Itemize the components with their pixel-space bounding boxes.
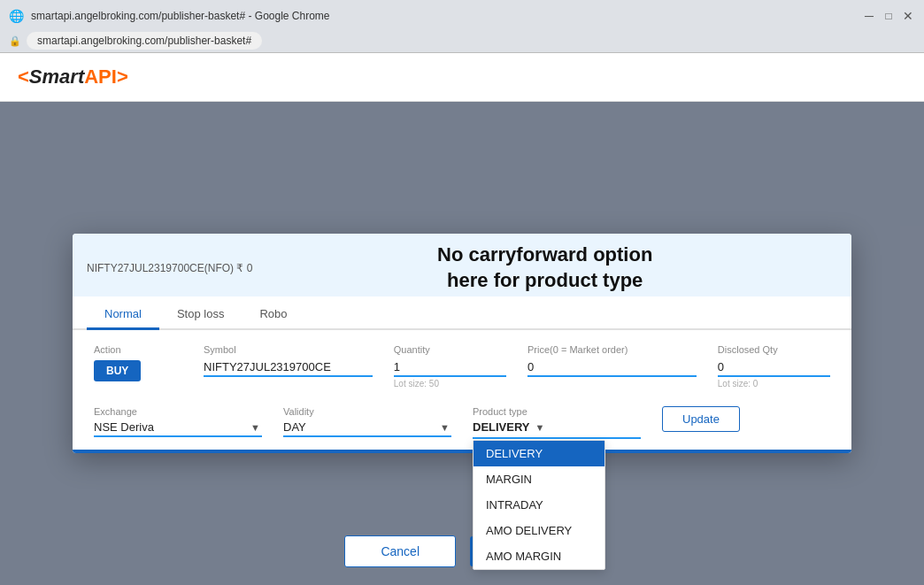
action-label: Action — [94, 344, 182, 355]
maximize-button[interactable]: □ — [882, 9, 896, 23]
disclosed-qty-group: Disclosed Qty Lot size: 0 — [718, 344, 830, 389]
validity-group: Validity DAY ▼ — [283, 406, 451, 437]
exchange-label: Exchange — [94, 406, 262, 417]
modal: NIFTY27JUL2319700CE(NFO) ₹ 0 No carryfor… — [73, 234, 851, 453]
form-section: Action BUY Symbol Quantity Lot size: 50 … — [73, 330, 851, 450]
modal-info-bar: NIFTY27JUL2319700CE(NFO) ₹ 0 No carryfor… — [73, 234, 851, 296]
address-bar: 🔒 smartapi.angelbroking.com/publisher-ba… — [0, 28, 924, 53]
product-type-value: DELIVERY — [473, 420, 530, 434]
quantity-input[interactable] — [394, 358, 506, 377]
favicon-icon: 🌐 — [9, 9, 24, 23]
symbol-input[interactable] — [204, 358, 373, 377]
validity-label: Validity — [283, 406, 451, 417]
disclosed-qty-input[interactable] — [718, 358, 830, 377]
cancel-button[interactable]: Cancel — [344, 535, 456, 567]
product-type-label: Product type — [473, 406, 641, 417]
dropdown-item-margin[interactable]: MARGIN — [474, 466, 604, 492]
logo-api: API — [84, 65, 117, 88]
product-type-trigger[interactable]: DELIVERY ▼ — [473, 420, 641, 439]
alert-line1: No carryforward option — [270, 242, 820, 268]
update-button[interactable]: Update — [662, 406, 740, 432]
site-header: <SmartAPI> — [0, 53, 924, 102]
quantity-lot-size: Lot size: 50 — [394, 379, 506, 389]
tab-stoploss[interactable]: Stop loss — [159, 300, 242, 330]
quantity-label: Quantity — [394, 344, 506, 355]
modal-overlay: NIFTY27JUL2319700CE(NFO) ₹ 0 No carryfor… — [0, 102, 924, 585]
exchange-select[interactable]: NSE Deriva — [94, 420, 262, 434]
product-type-group: Product type DELIVERY ▼ DELIVERY MARGIN … — [473, 406, 641, 439]
logo-bracket-right: > — [117, 65, 128, 88]
page-background: <SmartAPI> NIFTY27JUL2319700CE(NFO) ₹ 0 … — [0, 53, 924, 585]
form-row-2: Exchange NSE Deriva ▼ Validity DAY — [94, 406, 830, 439]
page-footer: Cancel Submit — [0, 518, 924, 585]
update-group: Update — [662, 406, 830, 434]
dropdown-item-amo-delivery[interactable]: AMO DELIVERY — [474, 518, 604, 543]
disclosed-qty-label: Disclosed Qty — [718, 344, 830, 355]
browser-title: smartapi.angelbroking.com/publisher-bask… — [31, 10, 330, 22]
lock-icon: 🔒 — [9, 35, 21, 47]
product-type-dropdown: DELIVERY MARGIN INTRADAY AMO DELIVERY AM… — [473, 440, 605, 570]
symbol-label: Symbol — [204, 344, 373, 355]
modal-bottom-accent — [73, 450, 851, 453]
browser-chrome: 🌐 smartapi.angelbroking.com/publisher-ba… — [0, 0, 924, 53]
minimize-button[interactable]: ─ — [862, 9, 876, 23]
title-bar: 🌐 smartapi.angelbroking.com/publisher-ba… — [0, 0, 924, 28]
alert-line2: here for product type — [270, 268, 820, 294]
alert-message: No carryforward option here for product … — [252, 242, 837, 293]
tab-normal[interactable]: Normal — [87, 300, 159, 330]
symbol-info-text: NIFTY27JUL2319700CE(NFO) ₹ 0 — [87, 262, 252, 274]
logo-smart: Smart — [29, 65, 84, 88]
form-row-1: Action BUY Symbol Quantity Lot size: 50 … — [94, 344, 830, 389]
quantity-group: Quantity Lot size: 50 — [394, 344, 506, 389]
tabs-row: Normal Stop loss Robo — [73, 300, 851, 330]
disclosed-lot-size: Lot size: 0 — [718, 379, 830, 389]
symbol-group: Symbol — [204, 344, 373, 377]
dropdown-item-intraday[interactable]: INTRADAY — [474, 492, 604, 518]
exchange-group: Exchange NSE Deriva ▼ — [94, 406, 262, 437]
exchange-chevron-icon: ▼ — [250, 422, 260, 433]
action-group: Action BUY — [94, 344, 182, 381]
validity-select[interactable]: DAY — [283, 420, 451, 434]
dropdown-item-amo-margin[interactable]: AMO MARGIN — [474, 543, 604, 569]
logo-bracket-left: < — [18, 65, 29, 88]
price-input[interactable] — [527, 358, 697, 377]
close-button[interactable]: ✕ — [901, 9, 915, 23]
dropdown-item-delivery[interactable]: DELIVERY — [474, 441, 604, 466]
tab-robo[interactable]: Robo — [242, 300, 304, 330]
product-type-chevron-icon: ▼ — [535, 422, 545, 433]
buy-button[interactable]: BUY — [94, 360, 141, 381]
price-label: Price(0 = Market order) — [527, 344, 697, 355]
logo: <SmartAPI> — [18, 65, 128, 89]
price-group: Price(0 = Market order) — [527, 344, 697, 377]
validity-chevron-icon: ▼ — [440, 422, 450, 433]
url-text[interactable]: smartapi.angelbroking.com/publisher-bask… — [27, 32, 262, 50]
